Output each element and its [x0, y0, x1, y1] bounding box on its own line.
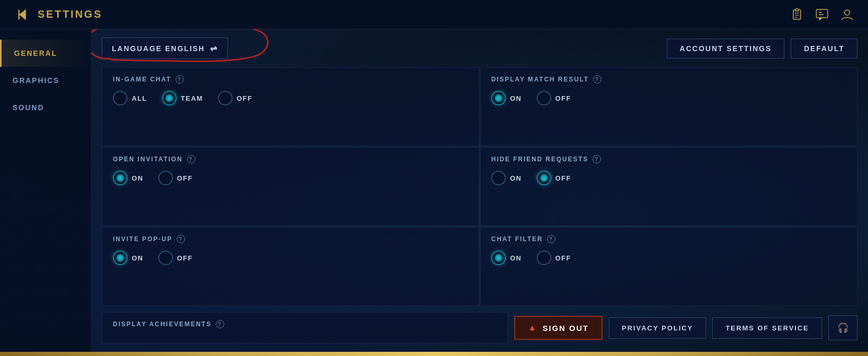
in-game-chat-all-option[interactable]: ALL: [113, 91, 147, 105]
hide-friend-requests-on-label: ON: [510, 174, 522, 182]
filter-icon: ⇌: [210, 43, 218, 53]
display-match-result-off-label: OFF: [555, 94, 572, 102]
open-invitation-title: OPEN INVITATION ?: [113, 155, 468, 163]
top-bar-right: [789, 6, 855, 23]
hide-friend-requests-title: HIDE FRIEND REQUESTS ?: [491, 155, 847, 163]
chat-filter-off-option[interactable]: OFF: [537, 251, 572, 265]
hide-friend-requests-off-option[interactable]: OFF: [537, 171, 572, 185]
top-bar: SETTINGS: [0, 0, 868, 29]
in-game-chat-title: IN-GAME CHAT ?: [113, 75, 468, 84]
open-invitation-section: OPEN INVITATION ? ON OFF: [102, 147, 479, 226]
page-title: SETTINGS: [38, 8, 102, 20]
invite-popup-on-radio[interactable]: [113, 251, 128, 265]
invite-popup-off-radio[interactable]: [158, 251, 173, 265]
in-game-chat-off-label: OFF: [237, 94, 253, 102]
open-invitation-on-radio[interactable]: [113, 171, 128, 185]
display-match-result-title: DISPLAY MATCH RESULT ?: [491, 75, 847, 84]
display-match-result-on-option[interactable]: ON: [491, 91, 522, 105]
headset-icon: 🎧: [837, 323, 849, 333]
display-match-result-on-label: ON: [510, 94, 522, 102]
default-button[interactable]: DEFAULT: [791, 39, 858, 58]
account-settings-button[interactable]: ACCOUNT SETTINGS: [667, 39, 785, 58]
sidebar: GENERAL GRAPHICS SOUND: [0, 29, 91, 352]
display-match-result-options: ON OFF: [491, 91, 847, 105]
open-invitation-options: ON OFF: [113, 171, 468, 185]
gold-bar: [0, 352, 868, 356]
open-invitation-off-label: OFF: [177, 174, 193, 182]
display-match-result-off-option[interactable]: OFF: [537, 91, 572, 105]
privacy-policy-button[interactable]: PRIVACY POLICY: [609, 317, 707, 339]
chat-filter-help-icon[interactable]: ?: [547, 235, 555, 243]
open-invitation-on-label: ON: [132, 174, 144, 182]
terms-of-service-button[interactable]: TERMS OF SERVICE: [712, 317, 822, 339]
headset-button[interactable]: 🎧: [828, 315, 858, 340]
invite-popup-options: ON OFF: [113, 251, 468, 265]
language-button[interactable]: LANGUAGE ENGLISH ⇌: [102, 38, 228, 59]
hide-friend-requests-help-icon[interactable]: ?: [593, 155, 601, 163]
display-match-result-on-radio[interactable]: [491, 91, 506, 105]
invite-popup-off-option[interactable]: OFF: [158, 251, 193, 265]
invite-popup-on-option[interactable]: ON: [113, 251, 144, 265]
hide-friend-requests-off-label: OFF: [555, 174, 572, 182]
chat-filter-on-option[interactable]: ON: [491, 251, 522, 265]
in-game-chat-options: ALL TEAM OFF: [113, 91, 468, 105]
chat-icon[interactable]: [814, 6, 830, 23]
in-game-chat-team-radio[interactable]: [162, 91, 177, 105]
display-match-result-help-icon[interactable]: ?: [593, 75, 601, 84]
display-achievements-section: DISPLAY ACHIEVEMENTS ?: [102, 312, 508, 343]
chat-filter-options: ON OFF: [491, 251, 847, 265]
hide-friend-requests-on-option[interactable]: ON: [491, 171, 522, 185]
invite-popup-section: INVITE POP-UP ? ON OFF: [102, 227, 479, 306]
main-layout: GENERAL GRAPHICS SOUND: [0, 29, 868, 352]
in-game-chat-team-option[interactable]: TEAM: [162, 91, 203, 105]
chat-filter-section: CHAT FILTER ? ON OFF: [480, 227, 858, 306]
chat-filter-title: CHAT FILTER ?: [491, 235, 847, 243]
invite-popup-on-label: ON: [132, 254, 144, 262]
language-section: LANGUAGE ENGLISH ⇌: [102, 38, 228, 59]
in-game-chat-all-label: ALL: [132, 94, 147, 102]
chat-filter-off-radio[interactable]: [537, 251, 551, 265]
in-game-chat-off-radio[interactable]: [218, 91, 233, 105]
svg-point-10: [844, 10, 850, 15]
svg-marker-0: [19, 9, 26, 19]
open-invitation-off-radio[interactable]: [158, 171, 173, 185]
display-achievements-help-icon[interactable]: ?: [216, 320, 224, 328]
in-game-chat-help-icon[interactable]: ?: [176, 75, 184, 84]
profile-icon[interactable]: [839, 6, 855, 23]
sidebar-item-general[interactable]: GENERAL: [0, 40, 91, 67]
display-match-result-section: DISPLAY MATCH RESULT ? ON OFF: [480, 67, 858, 146]
in-game-chat-off-option[interactable]: OFF: [218, 91, 253, 105]
chat-filter-on-radio[interactable]: [491, 251, 506, 265]
invite-popup-off-label: OFF: [177, 254, 193, 262]
chat-filter-off-label: OFF: [555, 254, 572, 262]
bottom-row: DISPLAY ACHIEVEMENTS ? ▲ SIGN OUT PRIVAC…: [102, 306, 858, 343]
sign-out-button[interactable]: ▲ SIGN OUT: [514, 316, 602, 340]
settings-content: LANGUAGE ENGLISH ⇌ ACCOUNT SETTINGS DEFA…: [91, 29, 868, 352]
hide-friend-requests-off-radio[interactable]: [537, 171, 551, 185]
invite-popup-title: INVITE POP-UP ?: [113, 235, 468, 243]
invite-popup-help-icon[interactable]: ?: [177, 235, 185, 243]
in-game-chat-section: IN-GAME CHAT ? ALL TEAM: [102, 67, 479, 146]
sidebar-item-sound[interactable]: SOUND: [0, 94, 91, 121]
svg-rect-7: [816, 9, 828, 18]
sidebar-item-graphics[interactable]: GRAPHICS: [0, 67, 91, 94]
header-row: LANGUAGE ENGLISH ⇌ ACCOUNT SETTINGS DEFA…: [102, 38, 858, 59]
hide-friend-requests-on-radio[interactable]: [491, 171, 506, 185]
settings-grid: IN-GAME CHAT ? ALL TEAM: [102, 67, 858, 306]
open-invitation-off-option[interactable]: OFF: [158, 171, 193, 185]
svg-rect-1: [18, 9, 19, 19]
chat-filter-on-label: ON: [510, 254, 522, 262]
language-label: LANGUAGE ENGLISH: [112, 44, 205, 53]
in-game-chat-team-label: TEAM: [181, 94, 203, 102]
clipboard-icon[interactable]: [789, 6, 805, 23]
display-achievements-title: DISPLAY ACHIEVEMENTS ?: [113, 320, 497, 328]
warning-icon: ▲: [528, 323, 537, 333]
sign-out-label: SIGN OUT: [542, 324, 589, 333]
in-game-chat-all-radio[interactable]: [113, 91, 128, 105]
top-bar-left: SETTINGS: [13, 5, 102, 24]
open-invitation-help-icon[interactable]: ?: [187, 155, 195, 163]
open-invitation-on-option[interactable]: ON: [113, 171, 144, 185]
hide-friend-requests-section: HIDE FRIEND REQUESTS ? ON OFF: [480, 147, 858, 226]
back-button[interactable]: [13, 5, 31, 24]
display-match-result-off-radio[interactable]: [537, 91, 551, 105]
